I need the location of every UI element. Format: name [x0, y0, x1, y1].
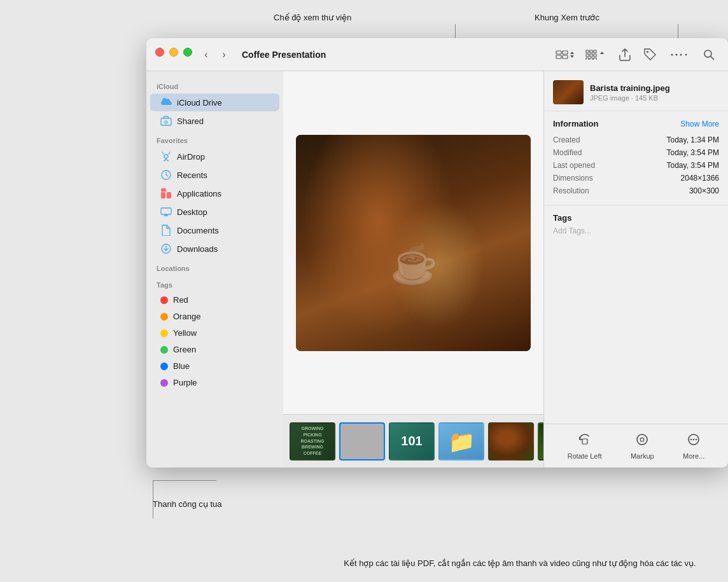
more-actions-button[interactable]	[666, 45, 694, 65]
markup-label: Markup	[631, 452, 654, 460]
gallery-area	[283, 71, 543, 414]
sidebar: iCloud iCloud Drive Shared	[146, 71, 283, 468]
back-button[interactable]: ‹	[199, 47, 214, 62]
svg-rect-1	[563, 51, 568, 54]
share-button[interactable]	[615, 45, 635, 65]
created-value: Today, 1:34 PM	[667, 135, 720, 144]
svg-point-32	[693, 439, 694, 440]
sidebar-item-recents[interactable]: Recents	[150, 166, 279, 184]
main-area: iCloud iCloud Drive Shared	[146, 71, 728, 468]
fullscreen-button[interactable]	[183, 48, 192, 57]
desktop-icon	[160, 206, 172, 218]
tag-button[interactable]	[640, 45, 661, 65]
recents-icon	[160, 169, 172, 181]
preview-panel: Barista training.jpeg JPEG image · 145 K…	[543, 71, 728, 468]
sidebar-item-tag-green[interactable]: Green	[150, 342, 279, 357]
toolbar: ‹ › Coffee Presentation	[146, 38, 728, 71]
preview-file-info: Barista training.jpeg JPEG image · 145 K…	[590, 83, 719, 102]
airdrop-label: AirDrop	[177, 152, 205, 162]
sidebar-item-downloads[interactable]: Downloads	[150, 240, 279, 258]
sidebar-item-tag-red[interactable]: Red	[150, 292, 279, 308]
tag-green-label: Green	[173, 345, 196, 354]
info-row-resolution: Resolution 300×300	[553, 184, 719, 197]
preview-spacer	[544, 243, 728, 424]
svg-rect-10	[586, 58, 589, 60]
tag-green-dot	[160, 346, 168, 354]
filmstrip-thumb-6[interactable]	[538, 422, 543, 461]
svg-rect-11	[590, 58, 592, 60]
filmstrip-thumb-3[interactable]: 101	[389, 422, 435, 461]
preview-filetype: JPEG image · 145 KB	[590, 94, 719, 102]
svg-point-16	[680, 53, 682, 55]
content-area: GROWINGPICKINGROASTINGBREWINGCOFFEE 101 …	[283, 71, 543, 468]
filmstrip-thumb-4[interactable]: 📁	[438, 422, 484, 461]
tags-section-label: Tags	[146, 275, 283, 291]
more-preview-button[interactable]: More...	[678, 429, 710, 462]
tag-red-dot	[160, 296, 168, 304]
applications-label: Applications	[177, 189, 221, 198]
svg-point-15	[676, 53, 678, 55]
svg-rect-0	[556, 51, 561, 54]
tag-purple-label: Purple	[173, 378, 197, 387]
info-row-last-opened: Last opened Today, 3:54 PM	[553, 159, 719, 172]
barista-scene	[296, 135, 531, 351]
sidebar-item-desktop[interactable]: Desktop	[150, 203, 279, 221]
show-more-button[interactable]: Show More	[680, 120, 719, 128]
sidebar-item-shared[interactable]: Shared	[150, 112, 279, 130]
documents-icon	[160, 225, 172, 236]
view-mode-button[interactable]	[555, 45, 575, 65]
tag-red-label: Red	[173, 295, 188, 305]
grid-view-button[interactable]	[580, 45, 610, 65]
icloud-section-label: iCloud	[146, 76, 283, 93]
svg-rect-4	[586, 50, 589, 53]
svg-line-18	[711, 56, 714, 59]
sidebar-item-tag-orange[interactable]: Orange	[150, 308, 279, 324]
sidebar-item-tag-yellow[interactable]: Yellow	[150, 325, 279, 341]
rotate-left-button[interactable]: Rotate Left	[563, 429, 607, 462]
tag-orange-dot	[160, 313, 168, 321]
resolution-value: 300×300	[689, 186, 719, 195]
sidebar-item-documents[interactable]: Documents	[150, 221, 279, 239]
sidebar-item-tag-blue[interactable]: Blue	[150, 358, 279, 374]
applications-icon	[160, 188, 172, 199]
svg-rect-2	[556, 55, 561, 59]
rotate-left-label: Rotate Left	[568, 452, 602, 460]
minimize-button[interactable]	[169, 48, 178, 57]
preview-filename: Barista training.jpeg	[590, 83, 719, 93]
tag-blue-dot	[160, 363, 168, 370]
forward-button[interactable]: ›	[216, 47, 232, 62]
sidebar-item-tag-purple[interactable]: Purple	[150, 375, 279, 391]
svg-rect-25	[161, 188, 165, 191]
sidebar-item-airdrop[interactable]: AirDrop	[150, 148, 279, 165]
traffic-lights	[155, 48, 192, 57]
preview-file-header: Barista training.jpeg JPEG image · 145 K…	[544, 71, 728, 111]
filmstrip-thumb-5[interactable]	[488, 422, 534, 461]
sidebar-item-icloud-drive[interactable]: iCloud Drive	[150, 94, 279, 111]
dimensions-label: Dimensions	[553, 174, 593, 183]
tags-section-title: Tags	[553, 213, 719, 223]
markup-icon	[634, 432, 650, 450]
shared-label: Shared	[177, 116, 204, 126]
finder-window: ‹ › Coffee Presentation	[146, 38, 728, 468]
icloud-drive-label: iCloud Drive	[177, 98, 222, 107]
sidebar-item-applications[interactable]: Applications	[150, 184, 279, 202]
add-tags-field[interactable]: Add Tags...	[553, 226, 719, 235]
filmstrip-thumb-1[interactable]: GROWINGPICKINGROASTINGBREWINGCOFFEE	[290, 422, 335, 461]
filmstrip-thumb-2[interactable]	[339, 422, 385, 461]
preview-thumbnail	[553, 80, 584, 104]
documents-label: Documents	[177, 226, 219, 235]
search-button[interactable]	[699, 45, 719, 65]
close-button[interactable]	[155, 48, 164, 57]
locations-section-label: Locations	[146, 258, 283, 275]
last-opened-label: Last opened	[553, 161, 595, 170]
info-row-modified: Modified Today, 3:54 PM	[553, 146, 719, 159]
svg-point-31	[690, 439, 692, 440]
created-label: Created	[553, 135, 580, 144]
resolution-label: Resolution	[553, 186, 589, 195]
info-section: Information Show More Created Today, 1:3…	[544, 111, 728, 205]
info-row-created: Created Today, 1:34 PM	[553, 134, 719, 146]
favorites-section-label: Favorites	[146, 130, 283, 147]
svg-point-33	[696, 439, 697, 440]
filmstrip: GROWINGPICKINGROASTINGBREWINGCOFFEE 101 …	[283, 414, 543, 468]
markup-button[interactable]: Markup	[626, 429, 659, 462]
